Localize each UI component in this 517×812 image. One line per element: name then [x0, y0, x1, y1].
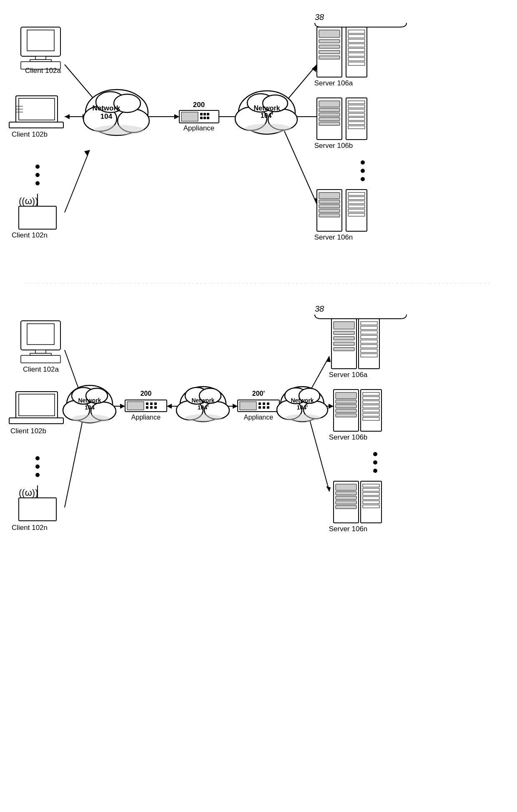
svg-point-170: [285, 414, 321, 422]
svg-rect-72: [319, 113, 340, 116]
svg-rect-176: [334, 347, 354, 351]
svg-point-156: [185, 414, 222, 422]
svg-marker-127: [233, 404, 238, 409]
svg-rect-45: [200, 117, 203, 119]
svg-line-15: [284, 129, 317, 204]
svg-rect-146: [150, 402, 153, 405]
client-102a-label-1: Client 102a: [25, 67, 61, 75]
svg-text:((ω)): ((ω)): [19, 487, 38, 498]
svg-rect-102: [35, 350, 46, 353]
svg-point-85: [361, 177, 365, 181]
client-102b-label-1: Client 102b: [12, 130, 48, 138]
svg-rect-205: [336, 492, 356, 495]
svg-rect-44: [207, 113, 209, 115]
svg-point-31: [35, 165, 40, 169]
svg-point-113: [35, 473, 40, 477]
appliance-200-sublabel-2: Appliance: [131, 414, 161, 421]
network-104-label-2: Network: [78, 397, 101, 404]
svg-marker-12: [312, 65, 317, 72]
svg-marker-4: [65, 114, 70, 119]
svg-rect-206: [336, 496, 356, 500]
appliance-200prime-sublabel-2: Appliance: [244, 414, 273, 421]
svg-rect-73: [319, 117, 340, 121]
appliance-200-label-2: 200: [141, 390, 152, 397]
svg-point-84: [361, 169, 365, 173]
svg-rect-90: [319, 209, 340, 212]
diagram-container: 38 Client 102a Client 102b ((ω)): [0, 0, 517, 812]
svg-rect-56: [319, 40, 340, 43]
svg-point-33: [35, 181, 40, 185]
svg-rect-89: [319, 205, 340, 208]
client-102b-label-2: Client 102b: [10, 427, 46, 435]
svg-point-111: [35, 456, 40, 460]
server-106n-label-2: Server 106n: [329, 525, 368, 533]
svg-rect-101: [27, 324, 54, 345]
network-104prime-sublabel-1: 104': [261, 112, 274, 119]
svg-rect-74: [319, 122, 340, 125]
svg-rect-189: [336, 405, 356, 408]
svg-rect-27: [9, 122, 63, 128]
svg-rect-107: [9, 418, 63, 424]
svg-rect-75: [346, 98, 367, 140]
network-104prime-right-sublabel-2: 104': [297, 404, 308, 411]
svg-rect-41: [181, 112, 198, 121]
svg-rect-18: [27, 30, 54, 51]
svg-rect-187: [336, 392, 356, 399]
svg-rect-150: [154, 406, 157, 409]
brace-label-1: 38: [315, 12, 324, 22]
svg-marker-136: [326, 486, 331, 492]
network-104prime-right-label-2: Network: [291, 397, 314, 404]
network-104prime-label-1: Network: [253, 105, 280, 112]
svg-rect-204: [336, 484, 356, 490]
svg-marker-8: [174, 114, 179, 119]
brace-label-2: 38: [315, 304, 324, 313]
svg-point-53: [245, 124, 291, 133]
server-106b-label-2: Server 106b: [329, 433, 368, 441]
svg-rect-149: [150, 406, 153, 409]
svg-rect-172: [334, 322, 354, 329]
svg-rect-91: [319, 214, 340, 217]
svg-rect-106: [19, 394, 55, 416]
network-104prime-middle-sublabel-2: 104': [198, 404, 209, 411]
svg-rect-162: [258, 406, 261, 409]
svg-marker-122: [120, 404, 125, 409]
svg-point-32: [35, 173, 40, 177]
svg-point-142: [72, 415, 109, 423]
svg-point-201: [373, 460, 377, 465]
svg-line-5: [65, 150, 90, 212]
svg-rect-109: [19, 498, 56, 521]
svg-rect-148: [146, 406, 148, 409]
svg-rect-158: [240, 402, 256, 410]
svg-rect-145: [146, 402, 148, 405]
svg-rect-58: [319, 50, 340, 54]
svg-rect-173: [334, 331, 354, 335]
svg-rect-174: [334, 337, 354, 340]
svg-rect-209: [361, 481, 381, 523]
svg-rect-57: [319, 45, 340, 48]
svg-rect-47: [207, 117, 209, 119]
svg-rect-147: [154, 402, 157, 405]
svg-point-200: [373, 452, 377, 456]
svg-rect-70: [319, 101, 340, 107]
client-102n-label-2: Client 102n: [12, 524, 48, 532]
svg-point-202: [373, 469, 377, 473]
network-104prime-middle-label-2: Network: [191, 397, 214, 404]
svg-rect-87: [319, 192, 340, 199]
svg-rect-208: [336, 505, 356, 509]
server-106b-label-1: Server 106b: [314, 142, 353, 150]
server-106a-label-2: Server 106a: [329, 371, 368, 379]
svg-rect-23: [19, 98, 55, 120]
svg-rect-92: [346, 190, 367, 231]
svg-rect-59: [319, 56, 340, 59]
svg-rect-159: [258, 402, 261, 405]
network-104-sublabel-2: 104: [85, 404, 95, 411]
svg-text:((ω)): ((ω)): [19, 196, 38, 206]
svg-rect-144: [127, 402, 144, 410]
svg-marker-132: [326, 356, 331, 362]
svg-marker-125: [167, 404, 172, 409]
svg-rect-55: [319, 30, 340, 37]
svg-point-112: [35, 465, 40, 469]
client-102n-label-1: Client 102n: [12, 231, 48, 239]
appliance-200prime-label-2: 200': [252, 390, 265, 397]
appliance-200-label-1: 200: [193, 101, 205, 109]
